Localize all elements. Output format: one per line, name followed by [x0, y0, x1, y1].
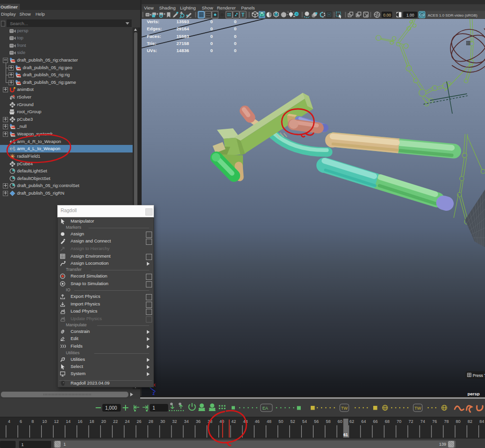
svg-text:GM: GM [419, 13, 424, 17]
svg-text:TW: TW [341, 406, 348, 411]
svg-text:68: 68 [385, 419, 390, 424]
svg-text:15583: 15583 [177, 34, 189, 39]
svg-text:48: 48 [267, 419, 271, 424]
svg-text:0: 0 [210, 26, 213, 31]
svg-text:4: 4 [8, 419, 10, 424]
svg-text:Faces:: Faces: [147, 34, 161, 39]
svg-text:78: 78 [444, 419, 449, 424]
svg-text:60: 60 [338, 419, 342, 424]
svg-text:26: 26 [137, 419, 142, 424]
svg-text:8: 8 [32, 419, 34, 424]
svg-text:Press T: Press T [473, 373, 485, 378]
svg-text:0.00: 0.00 [383, 13, 391, 18]
svg-text:66: 66 [373, 419, 378, 424]
svg-text:27158: 27158 [177, 41, 189, 46]
svg-text:62: 62 [350, 419, 354, 424]
svg-text:0: 0 [234, 41, 236, 46]
svg-text:61: 61 [343, 432, 348, 437]
svg-text:24: 24 [125, 419, 130, 424]
svg-text:16: 16 [78, 419, 82, 424]
svg-text:74: 74 [420, 419, 425, 424]
svg-text:z: z [153, 391, 155, 396]
svg-text:0: 0 [234, 26, 236, 31]
svg-text:Edges:: Edges: [147, 26, 162, 31]
svg-text:0: 0 [210, 48, 213, 53]
svg-text:56: 56 [314, 419, 319, 424]
svg-text:TW: TW [414, 406, 421, 411]
svg-text:28: 28 [149, 419, 153, 424]
svg-text:0: 0 [210, 34, 213, 39]
svg-text:0: 0 [234, 34, 236, 39]
svg-text:0: 0 [234, 19, 236, 24]
svg-text:T: T [242, 12, 245, 18]
svg-text:72: 72 [408, 419, 413, 424]
svg-text:6: 6 [20, 419, 22, 424]
svg-text:10: 10 [42, 419, 47, 424]
svg-text:29164: 29164 [177, 26, 189, 31]
svg-text:ACES 1.0 SDR-video (sRGB): ACES 1.0 SDR-video (sRGB) [428, 13, 477, 18]
svg-text:64: 64 [361, 419, 366, 424]
svg-text:20: 20 [101, 419, 106, 424]
svg-text:0: 0 [234, 48, 236, 53]
svg-text:30: 30 [160, 419, 165, 424]
svg-text:0: 0 [210, 19, 213, 24]
svg-text:0: 0 [210, 41, 213, 46]
svg-text:EA: EA [262, 406, 268, 411]
svg-text:14836: 14836 [177, 48, 189, 53]
svg-text:54: 54 [302, 419, 307, 424]
svg-text:12: 12 [54, 419, 59, 424]
svg-text:76: 76 [432, 419, 437, 424]
svg-text:80: 80 [456, 419, 460, 424]
svg-text:84: 84 [479, 419, 484, 424]
svg-text:36: 36 [196, 419, 200, 424]
svg-text:52: 52 [290, 419, 295, 424]
svg-text:34: 34 [184, 419, 189, 424]
svg-text:1.00: 1.00 [406, 13, 414, 18]
svg-text:50: 50 [278, 419, 283, 424]
svg-text:58: 58 [326, 419, 331, 424]
svg-text:13593: 13593 [177, 19, 189, 24]
svg-text:70: 70 [397, 419, 402, 424]
svg-text:Verts:: Verts: [147, 19, 159, 24]
svg-text:14: 14 [66, 419, 71, 424]
svg-text:UVs:: UVs: [147, 48, 157, 53]
svg-text:22: 22 [113, 419, 118, 424]
svg-text:82: 82 [467, 419, 472, 424]
svg-text:18: 18 [90, 419, 94, 424]
svg-text:1: 1 [153, 405, 155, 411]
svg-text:Tris:: Tris: [147, 41, 156, 46]
svg-text:32: 32 [172, 419, 177, 424]
svg-text:1,000: 1,000 [105, 405, 117, 411]
